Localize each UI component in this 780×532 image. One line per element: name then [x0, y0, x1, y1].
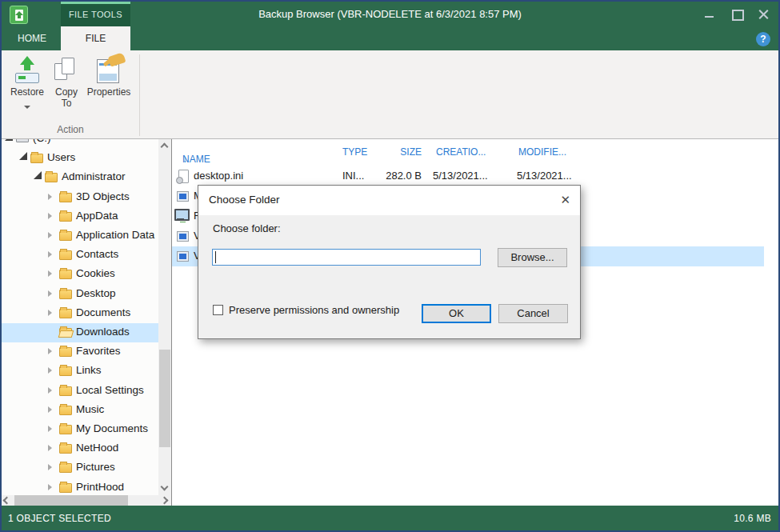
file-cell-size: 282.0 B	[374, 170, 422, 182]
restore-label: Restore	[6, 86, 48, 98]
tree-item-favorites[interactable]: Favorites	[2, 342, 158, 362]
expand-arrow-icon[interactable]	[48, 348, 55, 354]
tree-item-music[interactable]: Music	[2, 401, 158, 420]
sort-descending-icon: ↓	[182, 154, 187, 165]
restore-button[interactable]: Restore	[6, 54, 48, 123]
tree-item-c[interactable]: (C:)	[2, 139, 158, 149]
file-row[interactable]: desktop.iniINI...282.0 B5/13/2021...5/13…	[172, 166, 764, 186]
file-cell-created: 5/13/2021...	[433, 170, 488, 182]
status-bar: 1 OBJECT SELECTED 10.6 MB	[2, 506, 778, 530]
tree-item-links[interactable]: Links	[2, 362, 158, 381]
folder-icon	[59, 386, 72, 396]
vertical-scroll-thumb[interactable]	[159, 350, 170, 447]
tree-vertical-scrollbar[interactable]	[158, 139, 171, 495]
folder-icon	[59, 309, 72, 318]
expand-arrow-icon[interactable]	[48, 232, 55, 238]
tree-item-label: Administrator	[62, 170, 126, 182]
expand-arrow-icon[interactable]	[48, 251, 55, 258]
tree-item-application-data[interactable]: Application Data	[2, 226, 158, 246]
column-header-type[interactable]: TYPE	[342, 146, 367, 158]
app-window-icon	[177, 251, 189, 262]
tree-item-nethood[interactable]: NetHood	[2, 439, 158, 458]
copy-icon	[53, 56, 80, 85]
tree-horizontal-scrollbar[interactable]	[2, 495, 171, 506]
horizontal-scroll-thumb[interactable]	[14, 495, 128, 506]
tree-item-my-documents[interactable]: My Documents	[2, 420, 158, 439]
tree-item-users[interactable]: Users	[2, 149, 158, 168]
column-header-modified[interactable]: MODIFIE...	[518, 146, 566, 158]
expand-arrow-icon[interactable]	[48, 290, 55, 297]
folder-icon	[59, 231, 72, 241]
folder-icon	[59, 406, 72, 415]
tree-item-label: 3D Objects	[76, 190, 130, 202]
column-header-created[interactable]: CREATIO...	[436, 146, 486, 158]
expand-arrow-icon[interactable]	[48, 194, 55, 200]
tree-item-cookies[interactable]: Cookies	[2, 265, 158, 284]
folder-tree: (C:)UsersAdministrator3D ObjectsAppDataA…	[2, 139, 158, 495]
copy-to-button[interactable]: Copy To	[50, 54, 83, 123]
close-icon[interactable]	[756, 6, 772, 22]
expand-arrow-icon[interactable]	[48, 464, 55, 470]
scroll-down-icon[interactable]	[161, 483, 169, 491]
tree-item-printhood[interactable]: PrintHood	[2, 478, 158, 495]
dialog-close-icon[interactable]: ✕	[560, 193, 570, 207]
tree-item-label: Cookies	[76, 267, 115, 279]
app-window-icon	[177, 191, 189, 202]
expand-arrow-icon[interactable]	[48, 445, 55, 451]
tree-item-label: Links	[76, 364, 102, 376]
tree-item-pictures[interactable]: Pictures	[2, 458, 158, 478]
scroll-up-icon[interactable]	[161, 143, 169, 151]
cancel-button[interactable]: Cancel	[498, 304, 568, 323]
scroll-right-icon[interactable]	[161, 497, 169, 505]
minimize-icon[interactable]	[702, 6, 718, 22]
dialog-titlebar: Choose Folder ✕	[198, 186, 580, 215]
tree-item-label: NetHood	[76, 442, 118, 454]
tree-item-label: Downloads	[76, 326, 130, 338]
properties-button[interactable]: Properties	[83, 54, 134, 123]
tree-item-label: Music	[76, 403, 104, 415]
tree-item-desktop[interactable]: Desktop	[2, 285, 158, 304]
tree-item-label: Favorites	[76, 345, 121, 357]
tree-item-local-settings[interactable]: Local Settings	[2, 382, 158, 401]
tree-item-downloads[interactable]: Downloads	[2, 323, 158, 342]
folder-icon	[59, 290, 72, 299]
tree-item-administrator[interactable]: Administrator	[2, 168, 158, 187]
chevron-down-icon	[24, 106, 30, 109]
collapse-arrow-icon[interactable]	[5, 139, 13, 141]
collapse-arrow-icon[interactable]	[34, 171, 42, 179]
preserve-permissions-checkbox[interactable]	[213, 305, 223, 315]
help-icon[interactable]: ?	[756, 32, 770, 46]
tree-item-documents[interactable]: Documents	[2, 304, 158, 323]
folder-icon	[59, 366, 72, 376]
column-header-size[interactable]: SIZE	[374, 146, 422, 158]
expand-arrow-icon[interactable]	[48, 426, 55, 432]
expand-arrow-icon[interactable]	[48, 484, 55, 490]
collapse-arrow-icon[interactable]	[19, 152, 27, 160]
folder-icon	[45, 173, 58, 182]
expand-arrow-icon[interactable]	[48, 367, 55, 374]
preserve-permissions-label: Preserve permissions and ownership	[229, 304, 399, 316]
file-list-header: NAME ↓ TYPE SIZE CREATIO... MODIFIE...	[172, 139, 778, 166]
folder-icon	[59, 193, 72, 202]
expand-arrow-icon[interactable]	[48, 406, 55, 413]
drive-icon	[16, 139, 29, 142]
expand-arrow-icon[interactable]	[48, 213, 55, 219]
ok-button[interactable]: OK	[422, 304, 491, 323]
browse-button[interactable]: Browse...	[498, 248, 567, 267]
maximize-icon[interactable]	[729, 6, 745, 22]
expand-arrow-icon[interactable]	[48, 310, 55, 316]
expand-arrow-icon[interactable]	[48, 270, 55, 277]
expand-arrow-icon[interactable]	[48, 387, 55, 394]
properties-icon	[95, 56, 122, 85]
scroll-left-icon[interactable]	[3, 497, 11, 505]
ribbon: Restore Copy To Properties Action	[2, 50, 778, 139]
tree-item-label: Documents	[76, 306, 130, 318]
tab-home[interactable]: HOME	[8, 26, 56, 50]
choose-folder-input[interactable]	[212, 249, 481, 266]
tab-file[interactable]: FILE	[61, 26, 130, 50]
app-window-icon	[177, 231, 189, 242]
tree-item-contacts[interactable]: Contacts	[2, 246, 158, 265]
tree-item-3d-objects[interactable]: 3D Objects	[2, 188, 158, 207]
tree-item-appdata[interactable]: AppData	[2, 207, 158, 226]
choose-folder-label: Choose folder:	[213, 222, 281, 234]
